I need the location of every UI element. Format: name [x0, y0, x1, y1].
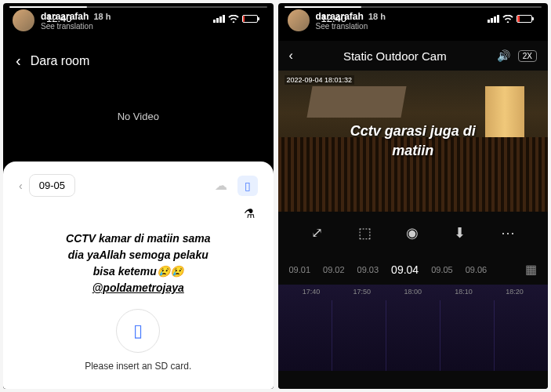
time-label: 17:50 — [353, 288, 372, 296]
story-right: daraarafah 18 h See translation 12.40 ‹ … — [278, 3, 549, 389]
date-item[interactable]: 09.01 — [289, 265, 311, 274]
story-text-overlay: Cctv garasi juga di matiin — [292, 122, 535, 161]
story-header: daraarafah 18 h See translation — [3, 3, 274, 38]
record-icon[interactable]: ⬚ — [358, 224, 372, 241]
mention-link[interactable]: @poldametrojaya — [28, 280, 248, 296]
app-header: ‹ Dara room — [3, 42, 274, 79]
cloud-icon[interactable]: ☁ — [211, 176, 231, 196]
camera-view[interactable]: 2022-09-04 18:01:32 Cctv garasi juga di … — [278, 71, 549, 212]
sd-card-icon[interactable]: ▯ — [237, 176, 258, 196]
avatar[interactable] — [288, 9, 310, 31]
date-item[interactable]: 09.05 — [431, 265, 453, 274]
timeline-labels: 17:4017:5018:0018:1018:20 — [278, 285, 549, 299]
time-label: 17:40 — [303, 288, 321, 296]
username[interactable]: daraarafah 18 h — [316, 11, 539, 22]
see-translation-link[interactable]: See translation — [316, 22, 539, 31]
cam-title: Static Outdoor Cam — [301, 49, 489, 63]
sd-message: Please insert an SD card. — [13, 361, 264, 372]
story-left: daraarafah 18 h See translation 12.40 ‹ … — [3, 3, 274, 389]
playback-panel: ‹ 09-05 ☁ ▯ ⚗ CCTV kamar di matiin sama … — [3, 162, 274, 389]
room-title: Dara room — [31, 54, 90, 68]
date-item[interactable]: 09.04 — [391, 263, 419, 276]
timeline[interactable]: 17:4017:5018:0018:1018:20 — [278, 285, 549, 371]
back-icon[interactable]: ‹ — [16, 52, 21, 70]
date-strip[interactable]: 09.0109.0209.0309.0409.0509.06▦ — [278, 254, 549, 285]
sd-insert-icon: ▯ — [116, 309, 160, 353]
avatar[interactable] — [13, 9, 34, 31]
cam-header: ‹ Static Outdoor Cam 🔊 2X — [278, 41, 549, 71]
filter-icon[interactable]: ⚗ — [244, 206, 255, 221]
time-ago: 18 h — [93, 12, 111, 21]
date-display[interactable]: 09-05 — [29, 174, 75, 197]
prev-date-icon[interactable]: ‹ — [19, 180, 23, 192]
video-timestamp: 2022-09-04 18:01:32 — [285, 75, 355, 85]
fullscreen-icon[interactable]: ⤢ — [311, 224, 323, 241]
date-selector-row: ‹ 09-05 ☁ ▯ — [13, 171, 264, 200]
username[interactable]: daraarafah 18 h — [41, 11, 264, 22]
date-item[interactable]: 09.02 — [323, 265, 345, 274]
time-label: 18:00 — [404, 288, 422, 296]
snapshot-icon[interactable]: ◉ — [406, 224, 419, 241]
download-icon[interactable]: ⬇ — [454, 224, 466, 241]
time-label: 18:20 — [506, 288, 524, 296]
date-item[interactable]: 09.06 — [466, 265, 488, 274]
calendar-icon[interactable]: ▦ — [525, 262, 537, 277]
camera-app-screen: ‹ Static Outdoor Cam 🔊 2X 2022-09-04 18:… — [278, 41, 549, 389]
time-ago: 18 h — [368, 12, 386, 21]
more-icon[interactable]: ⋯ — [501, 224, 515, 241]
no-video-label: No Video — [3, 79, 274, 162]
camera-app-screen: ‹ Dara room No Video ‹ 09-05 ☁ ▯ ⚗ CCTV … — [3, 42, 274, 389]
time-label: 18:10 — [455, 288, 473, 296]
back-icon[interactable]: ‹ — [289, 49, 293, 63]
speaker-icon[interactable]: 🔊 — [497, 49, 510, 62]
date-item[interactable]: 09.03 — [357, 265, 379, 274]
playback-speed[interactable]: 2X — [518, 50, 537, 62]
see-translation-link[interactable]: See translation — [41, 22, 264, 31]
video-controls: ⤢ ⬚ ◉ ⬇ ⋯ — [278, 212, 549, 254]
story-header: daraarafah 18 h See translation — [278, 3, 549, 38]
story-text-overlay: CCTV kamar di matiin sama dia yaAllah se… — [13, 224, 264, 299]
